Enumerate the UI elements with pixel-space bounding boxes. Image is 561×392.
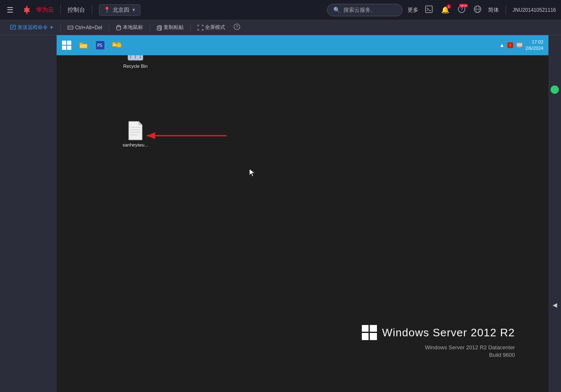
copy-paste-label: 复制粘贴 [164,24,184,31]
windows-start-icon [62,41,71,50]
windows-edition-text: Windows Server 2012 R2 Datacenter [362,343,515,351]
send-remote-dropdown-icon[interactable]: ▼ [49,25,54,30]
system-tray: ▲ ! 17:02 2/6/2024 [499,39,547,52]
fullscreen-icon [197,25,203,31]
clipboard-icon [157,25,162,31]
huawei-navbar: ☰ 华为云 控制台 📍 北京四 ▼ [0,0,561,20]
question-circle-icon: ? [234,23,240,30]
svg-line-15 [13,26,14,28]
document-svg [127,121,144,141]
powershell-icon: PS [96,41,105,50]
fullscreen-btn[interactable]: 全屏模式 [194,22,229,33]
right-sidebar: ◀ [548,35,561,392]
windows-logo-icon [362,325,377,340]
svg-text:PS: PS [97,43,102,48]
clock-time: 17:02 [525,39,543,45]
help-toolbar-icon[interactable]: ? [234,23,240,32]
send-remote-label: 发送远程命令 [18,24,48,31]
notification-badge: 1 [447,4,451,9]
svg-rect-43 [362,333,369,340]
language-selector[interactable]: 简体 [488,6,499,14]
location-text: 北京四 [113,6,129,14]
nav-divider-2 [92,5,92,15]
file-label: sanheyiwu... [122,142,148,147]
svg-rect-48 [67,46,71,50]
menu-icon[interactable]: ☰ [5,4,15,16]
file-explorer-icon [79,41,88,50]
location-pin-icon: 📍 [104,7,110,13]
recycle-bin-label: Recycle Bin [123,64,148,69]
username-display: JNU201410521116 [513,7,556,13]
tray-expand-icon[interactable]: ▲ [499,42,504,48]
windows-version-text: Windows Server 2012 R2 [382,326,515,339]
svg-rect-46 [67,41,71,45]
remote-desktop-area[interactable]: Recycle Bin sanheyiwu... [57,35,548,392]
monitor-tray-icon[interactable] [516,42,523,49]
clock-date: 2/6/2024 [525,45,543,52]
search-icon: 🔍 [333,7,340,13]
local-mouse-label: 本地鼠标 [123,24,143,31]
start-button[interactable] [58,37,75,54]
fullscreen-label: 全屏模式 [205,24,225,31]
svg-rect-42 [370,325,377,332]
svg-text:!: ! [510,43,511,47]
location-chevron-icon: ▼ [132,8,136,12]
main-wrapper: Recycle Bin sanheyiwu... [0,35,561,392]
terminal-icon [425,5,433,13]
windows-desktop[interactable]: Recycle Bin sanheyiwu... [57,35,548,392]
local-mouse-btn[interactable]: 本地鼠标 [113,22,146,33]
control-panel-link[interactable]: 控制台 [68,6,85,14]
new-badge: NEW [459,4,468,8]
folder-manager-icon [112,41,122,50]
help-icon-btn[interactable]: ? NEW [456,4,467,16]
mouse-cursor [249,169,255,177]
svg-rect-41 [362,325,369,332]
file-icon[interactable]: sanheyiwu... [119,119,152,149]
powershell-taskbar-icon[interactable]: PS [93,38,108,53]
left-sidebar [0,35,57,392]
svg-rect-45 [62,41,66,45]
svg-rect-52 [112,44,117,46]
toolbar-divider-4 [190,24,191,31]
svg-rect-49 [80,44,87,48]
copy-paste-btn[interactable]: 复制粘贴 [153,22,187,33]
windows-taskbar[interactable]: PS ▲ [57,35,548,55]
remote-toolbar: 发送远程命令 ▼ Ctrl+Alt+Del 本地鼠标 复制粘贴 [0,20,561,35]
bell-icon-btn[interactable]: 🔔 1 [439,4,451,15]
win-logo-area: Windows Server 2012 R2 [362,325,515,340]
collapse-sidebar-arrow[interactable]: ◀ [553,302,557,308]
cloud-search-bar[interactable]: 🔍 搜索云服务、 [327,4,403,16]
svg-rect-44 [370,333,377,340]
send-remote-command-btn[interactable]: 发送远程命令 ▼ [7,22,57,33]
terminal-icon-btn[interactable] [423,4,434,16]
send-remote-icon [10,25,16,31]
location-selector[interactable]: 📍 北京四 ▼ [99,4,140,16]
search-placeholder-text: 搜索云服务、 [343,6,376,14]
toolbar-divider-2 [109,24,109,31]
globe-icon [474,5,481,13]
more-link[interactable]: 更多 [408,6,418,14]
toolbar-divider-1 [60,24,61,31]
ctrl-alt-del-btn[interactable]: Ctrl+Alt+Del [64,23,106,32]
globe-icon-btn[interactable] [472,4,483,16]
svg-rect-53 [117,44,121,47]
svg-text:?: ? [236,25,238,29]
windows-build-text: Build 9600 [362,351,515,358]
folder-manager-taskbar-icon[interactable] [109,38,125,53]
svg-rect-47 [62,46,66,50]
svg-rect-56 [517,43,522,47]
huawei-logo: 华为云 [20,3,54,17]
huawei-brand-text: 华为云 [36,6,54,14]
nav-divider-1 [60,5,61,15]
network-tray-icon[interactable]: ! [507,42,514,49]
nav-divider-3 [506,5,506,15]
file-explorer-taskbar-icon[interactable] [76,38,91,53]
mouse-icon [116,25,121,31]
toolbar-divider-3 [150,24,150,31]
taskbar-clock[interactable]: 17:02 2/6/2024 [525,39,543,52]
windows-watermark: Windows Server 2012 R2 Windows Server 20… [362,325,515,358]
connection-status-dot [551,85,559,94]
keyboard-icon [68,25,73,31]
ctrl-alt-del-label: Ctrl+Alt+Del [75,25,102,31]
huawei-logo-icon [20,3,34,17]
